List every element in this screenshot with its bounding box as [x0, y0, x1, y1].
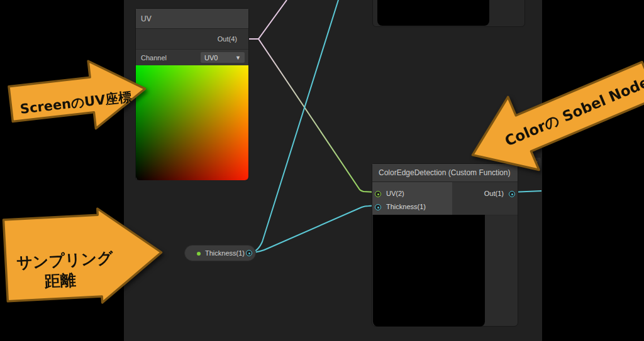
fn-node-body: UV(2) Thickness(1) Out(1): [372, 182, 518, 215]
uv-out-row: Out(4): [136, 29, 248, 50]
node-preview-black: [377, 0, 489, 26]
fn-input-uv-port[interactable]: [375, 191, 381, 197]
fn-input-thickness-port[interactable]: [375, 204, 381, 210]
fn-input-thickness-label: Thickness(1): [386, 203, 426, 210]
uv-node[interactable]: UV Out(4) Channel UV0 ▼: [135, 8, 249, 180]
uv-node-title: UV: [141, 14, 152, 23]
uv-channel-dropdown[interactable]: UV0 ▼: [201, 52, 245, 63]
fn-output-port[interactable]: [509, 191, 515, 197]
annotation-text-sampling-1: サンプリング: [16, 249, 114, 272]
uv-preview-gradient: [136, 65, 248, 180]
fn-preview-black: [373, 215, 485, 327]
uv-channel-label: Channel: [141, 54, 167, 62]
thickness-pill[interactable]: Thickness(1): [184, 245, 256, 261]
screenshot-root: UV Out(4) Channel UV0 ▼ Thickness(1) Col…: [0, 0, 644, 341]
thickness-pill-label: Thickness(1): [205, 249, 245, 257]
fn-node-title: ColorEdgeDetection (Custom Function): [379, 168, 510, 177]
annotation-text-sampling-2: 距離: [43, 271, 76, 291]
thickness-pill-port[interactable]: [246, 250, 252, 256]
annotation-text-screen-uv: ScreenのUV座標: [19, 89, 133, 117]
chevron-down-icon: ▼: [235, 55, 241, 61]
fn-input-uv-label: UV(2): [386, 190, 404, 197]
node-partial-top[interactable]: [372, 0, 525, 27]
uv-node-header[interactable]: UV: [136, 9, 248, 29]
exposed-property-dot-icon: [197, 252, 201, 256]
uv-out-label: Out(4): [218, 35, 237, 43]
coloredgedetection-node[interactable]: ColorEdgeDetection (Custom Function) UV(…: [372, 163, 518, 327]
uv-channel-value: UV0: [204, 54, 218, 62]
fn-output-label: Out(1): [484, 190, 504, 197]
close-button[interactable]: X: [530, 158, 541, 170]
fn-node-header[interactable]: ColorEdgeDetection (Custom Function): [372, 164, 518, 182]
close-icon: X: [533, 160, 538, 168]
uv-channel-row: Channel UV0 ▼: [136, 50, 248, 66]
